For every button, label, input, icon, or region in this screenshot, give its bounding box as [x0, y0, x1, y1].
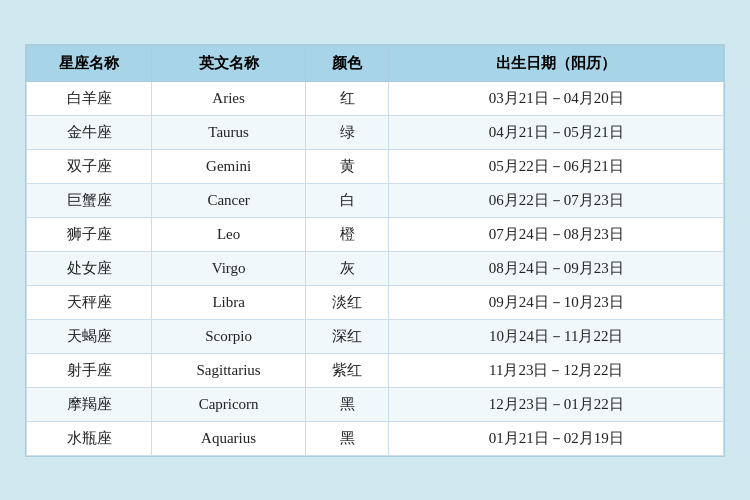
cell-english: Gemini	[152, 149, 305, 183]
cell-color: 绿	[305, 115, 389, 149]
table-row: 处女座Virgo灰08月24日－09月23日	[27, 251, 724, 285]
cell-english: Taurus	[152, 115, 305, 149]
cell-english: Scorpio	[152, 319, 305, 353]
header-chinese: 星座名称	[27, 45, 152, 81]
header-date: 出生日期（阳历）	[389, 45, 724, 81]
cell-color: 黑	[305, 421, 389, 455]
table-row: 白羊座Aries红03月21日－04月20日	[27, 81, 724, 115]
cell-date: 07月24日－08月23日	[389, 217, 724, 251]
cell-color: 白	[305, 183, 389, 217]
cell-english: Aries	[152, 81, 305, 115]
zodiac-table: 星座名称 英文名称 颜色 出生日期（阳历） 白羊座Aries红03月21日－04…	[26, 45, 724, 456]
table-header-row: 星座名称 英文名称 颜色 出生日期（阳历）	[27, 45, 724, 81]
cell-color: 红	[305, 81, 389, 115]
zodiac-table-container: 星座名称 英文名称 颜色 出生日期（阳历） 白羊座Aries红03月21日－04…	[25, 44, 725, 457]
cell-english: Cancer	[152, 183, 305, 217]
header-english: 英文名称	[152, 45, 305, 81]
cell-english: Capricorn	[152, 387, 305, 421]
cell-color: 紫红	[305, 353, 389, 387]
table-row: 双子座Gemini黄05月22日－06月21日	[27, 149, 724, 183]
cell-chinese: 射手座	[27, 353, 152, 387]
table-row: 狮子座Leo橙07月24日－08月23日	[27, 217, 724, 251]
cell-date: 10月24日－11月22日	[389, 319, 724, 353]
cell-chinese: 水瓶座	[27, 421, 152, 455]
cell-english: Virgo	[152, 251, 305, 285]
cell-chinese: 巨蟹座	[27, 183, 152, 217]
cell-date: 11月23日－12月22日	[389, 353, 724, 387]
header-color: 颜色	[305, 45, 389, 81]
table-row: 天秤座Libra淡红09月24日－10月23日	[27, 285, 724, 319]
cell-color: 深红	[305, 319, 389, 353]
table-row: 金牛座Taurus绿04月21日－05月21日	[27, 115, 724, 149]
cell-date: 12月23日－01月22日	[389, 387, 724, 421]
table-row: 摩羯座Capricorn黑12月23日－01月22日	[27, 387, 724, 421]
cell-color: 黑	[305, 387, 389, 421]
table-row: 天蝎座Scorpio深红10月24日－11月22日	[27, 319, 724, 353]
cell-color: 灰	[305, 251, 389, 285]
cell-chinese: 摩羯座	[27, 387, 152, 421]
cell-date: 05月22日－06月21日	[389, 149, 724, 183]
cell-chinese: 狮子座	[27, 217, 152, 251]
cell-chinese: 天秤座	[27, 285, 152, 319]
cell-color: 黄	[305, 149, 389, 183]
cell-date: 09月24日－10月23日	[389, 285, 724, 319]
cell-chinese: 处女座	[27, 251, 152, 285]
cell-date: 01月21日－02月19日	[389, 421, 724, 455]
table-row: 巨蟹座Cancer白06月22日－07月23日	[27, 183, 724, 217]
cell-english: Sagittarius	[152, 353, 305, 387]
cell-chinese: 白羊座	[27, 81, 152, 115]
cell-chinese: 金牛座	[27, 115, 152, 149]
cell-english: Libra	[152, 285, 305, 319]
cell-date: 06月22日－07月23日	[389, 183, 724, 217]
cell-color: 淡红	[305, 285, 389, 319]
cell-date: 03月21日－04月20日	[389, 81, 724, 115]
cell-english: Aquarius	[152, 421, 305, 455]
table-body: 白羊座Aries红03月21日－04月20日金牛座Taurus绿04月21日－0…	[27, 81, 724, 455]
cell-color: 橙	[305, 217, 389, 251]
cell-date: 04月21日－05月21日	[389, 115, 724, 149]
table-row: 水瓶座Aquarius黑01月21日－02月19日	[27, 421, 724, 455]
cell-chinese: 天蝎座	[27, 319, 152, 353]
table-row: 射手座Sagittarius紫红11月23日－12月22日	[27, 353, 724, 387]
cell-date: 08月24日－09月23日	[389, 251, 724, 285]
cell-english: Leo	[152, 217, 305, 251]
cell-chinese: 双子座	[27, 149, 152, 183]
